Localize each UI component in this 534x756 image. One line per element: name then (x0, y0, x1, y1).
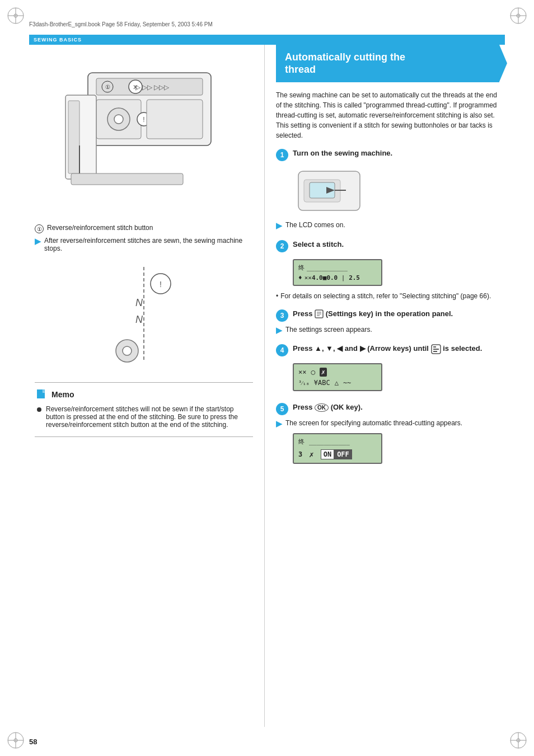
caption1: ① Reverse/reinforcement stitch button (35, 224, 253, 233)
corner-mark-tl (6, 6, 26, 26)
step-4-number: 4 (276, 344, 288, 356)
step-1-title: Turn on the sewing machine. (293, 148, 392, 158)
stitch-diagram: ! N N (88, 261, 200, 373)
step-5-note: ▶ The screen for specifying automatic th… (276, 419, 499, 430)
memo-box: Memo Reverse/reinforcement stitches will… (35, 382, 253, 437)
memo-text: Reverse/reinforcement stitches will not … (46, 405, 253, 429)
svg-text:!: ! (160, 280, 162, 289)
corner-mark-tr (508, 6, 528, 26)
bullet-circle (37, 407, 41, 412)
corner-mark-br (508, 730, 528, 750)
step-5-number: 5 (276, 403, 288, 415)
main-content: ① ✕ ▷ ▷▷ ▷▷▷ ! (29, 45, 505, 727)
step-3-header: 3 Press (Settings key) in the operation … (276, 309, 499, 322)
page-number: 58 (29, 738, 37, 746)
step-4-title: Press ▲, ▼, ◀ and ▶ (Arrow keys) until i… (293, 344, 482, 354)
memo-title: Memo (35, 388, 253, 401)
step-1-number: 1 (276, 149, 288, 161)
step-4-header: 4 Press ▲, ▼, ◀ and ▶ (Arrow keys) until… (276, 344, 499, 356)
memo-icon (35, 388, 47, 401)
header-bar: SEWING BASICS (29, 35, 505, 45)
step-1-header: 1 Turn on the sewing machine. (276, 148, 499, 161)
header-label: SEWING BASICS (34, 37, 82, 43)
svg-text:①: ① (105, 84, 110, 90)
section-title: Automatically cutting the thread (285, 51, 405, 76)
svg-rect-28 (147, 100, 203, 139)
caption2-text: After reverse/reinforcement stitches are… (44, 237, 253, 252)
step-3-number: 3 (276, 309, 288, 322)
arrow-bullet-1: ▶ (35, 237, 41, 246)
intro-text: The sewing machine can be set to automat… (276, 90, 499, 140)
step-1: 1 Turn on the sewing machine. ▶ (276, 148, 499, 232)
memo-item-1: Reverse/reinforcement stitches will not … (35, 405, 253, 429)
step-5-lcd: 终 ___________ 3 ✗ ONOFF (293, 433, 382, 464)
step-2-header: 2 Select a stitch. (276, 240, 499, 252)
step1-image (293, 166, 366, 216)
step-1-note: ▶ The LCD comes on. (276, 220, 499, 232)
step-2-number: 2 (276, 240, 288, 252)
step-2: 2 Select a stitch. 终 ___________ ♦ ××4.0… (276, 240, 499, 301)
step-4: 4 Press ▲, ▼, ◀ and ▶ (Arrow keys) until… (276, 344, 499, 395)
svg-rect-30 (68, 101, 79, 173)
step-2-note: • For details on selecting a stitch, ref… (276, 292, 499, 301)
caption-num-1: ① (35, 224, 44, 233)
step-3-note: ▶ The settings screen appears. (276, 325, 499, 336)
svg-rect-33 (71, 173, 183, 185)
step-5-header: 5 Press OK (OK key). (276, 402, 499, 415)
corner-mark-bl (6, 730, 26, 750)
section-title-box: Automatically cutting the thread (276, 45, 499, 82)
caption1-text: Reverse/reinforcement stitch button (47, 224, 153, 232)
step-4-settings-screen: ×× ◯ ✗ ³⁄₁₈ ¥ABC △ ~~ (293, 363, 382, 391)
svg-text:▷ ▷▷ ▷▷▷: ▷ ▷▷ ▷▷▷ (135, 83, 170, 91)
svg-point-40 (123, 346, 132, 355)
svg-point-25 (114, 115, 123, 124)
right-column: Automatically cutting the thread The sew… (264, 45, 505, 727)
caption2: ▶ After reverse/reinforcement stitches a… (35, 237, 253, 252)
svg-text:N: N (135, 314, 143, 325)
svg-text:N: N (135, 297, 143, 308)
step-3: 3 Press (Settings key) in the operation … (276, 309, 499, 336)
file-info: F3dash-BrotherE_sgml.book Page 58 Friday… (29, 21, 213, 27)
step-5-title: Press OK (OK key). (293, 402, 363, 412)
svg-text:!: ! (143, 116, 144, 124)
step-5: 5 Press OK (OK key). ▶ The screen for sp… (276, 402, 499, 467)
step-2-lcd: 终 ___________ ♦ ××4.0■0.0 | 2.5 (293, 259, 382, 286)
step-2-title: Select a stitch. (293, 240, 344, 250)
left-column: ① ✕ ▷ ▷▷ ▷▷▷ ! (29, 45, 264, 727)
step-3-title: Press (Settings key) in the operation pa… (293, 309, 453, 319)
top-diagram: ① ✕ ▷ ▷▷ ▷▷▷ ! (54, 62, 233, 218)
